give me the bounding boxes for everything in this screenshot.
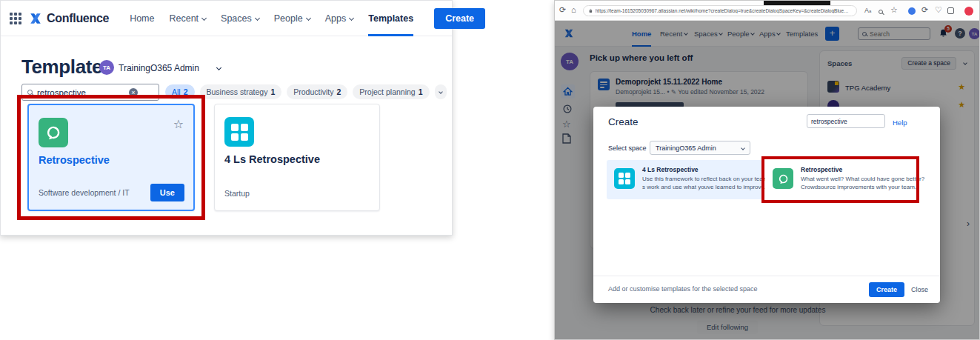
- read-aloud-icon[interactable]: Aa: [864, 7, 871, 16]
- nav-item-templates[interactable]: Templates: [368, 1, 413, 36]
- dialog-footer: Add or customise templates for the selec…: [593, 276, 940, 303]
- chevron-down-icon: [255, 16, 260, 21]
- browser-profile-icon[interactable]: [964, 7, 973, 16]
- template-search[interactable]: ×: [21, 84, 159, 101]
- filter-productivity[interactable]: Productivity2: [287, 84, 347, 99]
- template-card-title[interactable]: Retrospective: [39, 154, 110, 166]
- search-icon: [27, 90, 33, 95]
- app-switcher-icon[interactable]: [10, 13, 21, 24]
- template-card-title[interactable]: 4 Ls Retrospective: [224, 153, 320, 165]
- favorites-star-icon[interactable]: ☆: [890, 6, 898, 14]
- brand-name: Confluence: [47, 12, 109, 25]
- dialog-close-button[interactable]: Close: [911, 286, 928, 293]
- create-dialog: Create Help Select space TrainingO365 Ad…: [593, 107, 940, 303]
- retrospective-template-icon: [39, 118, 68, 147]
- use-template-button[interactable]: Use: [150, 184, 184, 201]
- left-top-nav: Confluence Home Recent Spaces People App…: [1, 1, 452, 36]
- template-card-4ls-retrospective[interactable]: 4 Ls Retrospective Startup: [214, 104, 380, 211]
- confluence-logo[interactable]: Confluence: [29, 12, 109, 25]
- more-filters-button[interactable]: [435, 84, 447, 99]
- nav-item-recent[interactable]: Recent: [169, 1, 206, 36]
- create-button[interactable]: Create: [434, 8, 485, 29]
- 4ls-template-icon: [224, 117, 254, 147]
- left-screenshot: Confluence Home Recent Spaces People App…: [0, 0, 453, 236]
- url-text: https://team-1615205030967.atlassian.net…: [596, 8, 851, 13]
- space-selector-label[interactable]: TrainingO365 Admin: [119, 63, 199, 73]
- dialog-title: Create: [608, 116, 639, 127]
- chevron-down-icon: [306, 16, 311, 21]
- star-favourite-icon[interactable]: ☆: [173, 117, 184, 131]
- browser-toolbar: ⟳ ⌂ https://team-1615205030967.atlassian…: [555, 1, 979, 21]
- search-input[interactable]: [37, 88, 124, 97]
- clear-search-icon[interactable]: ×: [129, 88, 138, 97]
- filter-pills: All2 Business strategy1 Productivity2 Pr…: [165, 84, 447, 99]
- browser-address-bar[interactable]: https://team-1615205030967.atlassian.net…: [583, 5, 857, 16]
- filter-project-planning[interactable]: Project planning1: [353, 84, 429, 99]
- filter-business-strategy[interactable]: Business strategy1: [200, 84, 282, 99]
- confluence-logo-icon: [29, 12, 42, 25]
- lock-icon: [589, 7, 593, 14]
- space-selector-chevron-icon[interactable]: [216, 65, 221, 70]
- customise-templates-link[interactable]: Add or customise templates for the selec…: [608, 285, 758, 293]
- retrospective-template-icon: [773, 168, 793, 189]
- select-space-label: Select space: [608, 144, 647, 152]
- extensions-icon[interactable]: [947, 7, 954, 14]
- browser-sync-icon[interactable]: ⟳: [921, 6, 928, 14]
- template-card-category: Startup: [224, 189, 250, 198]
- template-card-category: Software development / IT: [39, 188, 130, 197]
- space-avatar: TA: [99, 60, 114, 75]
- browser-refresh-icon[interactable]: ⟳: [559, 6, 566, 14]
- nav-item-home[interactable]: Home: [130, 1, 154, 36]
- browser-extension-blue-icon[interactable]: [908, 7, 916, 15]
- dialog-template-retrospective[interactable]: Retrospective What went well? What could…: [765, 160, 916, 199]
- template-card-retrospective[interactable]: ☆ Retrospective Software development / I…: [27, 104, 195, 211]
- dialog-create-button[interactable]: Create: [869, 282, 904, 297]
- dialog-template-4ls[interactable]: 4 Ls Retrospective Use this framework to…: [607, 160, 762, 199]
- dialog-template-search-input[interactable]: [807, 114, 885, 128]
- nav-item-apps[interactable]: Apps: [325, 1, 354, 36]
- help-link[interactable]: Help: [893, 119, 907, 127]
- chevron-down-icon: [741, 146, 745, 150]
- nav-item-people[interactable]: People: [274, 1, 310, 36]
- chevron-down-icon: [201, 16, 207, 21]
- confluence-page: Home Recent Spaces People Apps Templates…: [555, 21, 979, 340]
- browser-zoom-icon[interactable]: [879, 7, 883, 16]
- 4ls-template-icon: [614, 168, 635, 189]
- chevron-down-icon: [349, 16, 354, 21]
- collections-heart-icon[interactable]: ♡: [935, 6, 942, 14]
- nav-item-spaces[interactable]: Spaces: [221, 1, 259, 36]
- browser-home-icon[interactable]: ⌂: [571, 6, 576, 14]
- right-screenshot: ⟳ ⌂ https://team-1615205030967.atlassian…: [554, 0, 980, 340]
- space-select-dropdown[interactable]: TrainingO365 Admin: [650, 141, 750, 155]
- filter-all[interactable]: All2: [165, 84, 195, 99]
